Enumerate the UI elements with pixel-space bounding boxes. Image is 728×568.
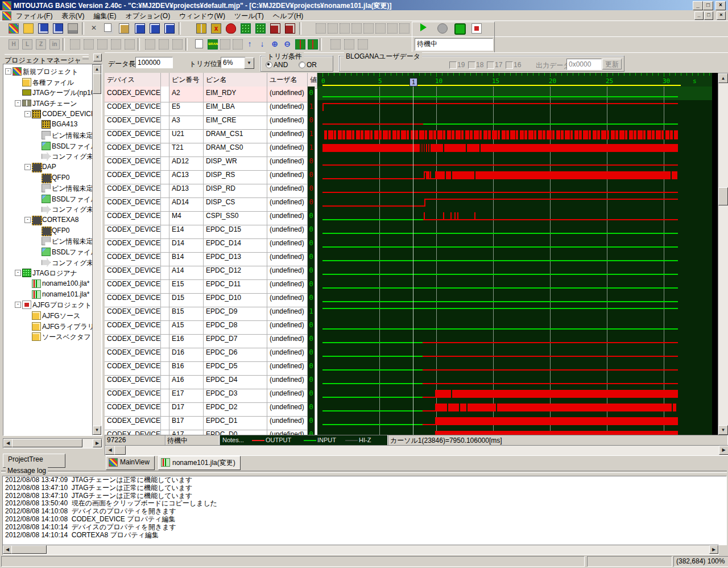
jtag-reset-button[interactable] bbox=[224, 22, 238, 35]
level-h-disabled-button[interactable]: H bbox=[7, 38, 20, 51]
tree-item-label[interactable]: QFP0 bbox=[52, 174, 69, 182]
wave-scroll-up-icon[interactable]: ▲ bbox=[718, 73, 728, 83]
wave-hscroll-thumb[interactable] bbox=[114, 446, 126, 455]
split-window-button[interactable] bbox=[163, 22, 176, 35]
tree-item[interactable]: AJFGライブラリファイル bbox=[3, 321, 102, 331]
log-scroll-left-icon[interactable]: ◀ bbox=[3, 545, 12, 554]
tree-expand-icon[interactable]: - bbox=[15, 302, 21, 308]
device-8-disabled-button[interactable] bbox=[398, 22, 411, 35]
trigger-pos-select[interactable]: 6% bbox=[221, 57, 246, 68]
save-file-button[interactable] bbox=[36, 22, 50, 35]
cut-button[interactable]: ✕ bbox=[88, 22, 101, 35]
tree-item-label[interactable]: BGA413 bbox=[52, 120, 77, 128]
copy-button[interactable] bbox=[102, 22, 116, 35]
tree-item-label[interactable]: noname100.jla* bbox=[42, 279, 89, 287]
log-hscroll-thumb[interactable] bbox=[11, 545, 47, 554]
jtag-disconnect-button[interactable]: x bbox=[209, 22, 223, 35]
tree-item-label[interactable]: DAP bbox=[42, 163, 56, 171]
or-radio[interactable] bbox=[299, 61, 305, 68]
bran-analyze-button[interactable]: BRAN bbox=[206, 38, 220, 51]
wave-scroll-down-icon[interactable]: ▼ bbox=[718, 425, 728, 435]
message-log[interactable]: 2012/08/08 13:47:09 JTAGチェーンは正常に機能しています2… bbox=[2, 476, 727, 545]
device-view-green-button[interactable] bbox=[254, 22, 267, 35]
tree-expand-icon[interactable]: - bbox=[24, 111, 31, 117]
pen1-disabled-button[interactable] bbox=[329, 38, 342, 51]
tree-item[interactable]: QFP0 bbox=[3, 225, 102, 236]
tree-scroll-right-icon[interactable]: ▶ bbox=[93, 439, 102, 447]
tree-expand-icon[interactable]: - bbox=[24, 164, 31, 170]
tree-item[interactable]: -CODEX_DEVICE bbox=[3, 109, 102, 119]
tree-item[interactable]: -CORTEXA8 bbox=[3, 215, 102, 225]
tree-item[interactable]: AJFGソース bbox=[3, 310, 102, 320]
tree-item[interactable]: 各種ファイル bbox=[3, 77, 102, 87]
tree-expand-icon[interactable]: - bbox=[15, 270, 21, 276]
tree-item[interactable]: -新規プロジェクト bbox=[3, 66, 102, 76]
mdi-minimize-button[interactable]: _ bbox=[694, 11, 704, 20]
tree-item[interactable]: BSDLファイル参照 bbox=[3, 246, 102, 257]
tree-item[interactable]: noname101.jla* bbox=[3, 289, 102, 299]
watch-button[interactable] bbox=[218, 38, 232, 51]
tree-expand-icon[interactable]: - bbox=[24, 217, 31, 223]
level-z-disabled-button[interactable]: Z bbox=[34, 38, 48, 51]
tree-scroll-thumb[interactable] bbox=[93, 73, 101, 94]
tree-item[interactable]: -DAP bbox=[3, 162, 102, 172]
tree-scroll-left-icon[interactable]: ◀ bbox=[3, 439, 13, 447]
tree-item-label[interactable]: noname101.jla* bbox=[42, 290, 89, 298]
add-connection-button[interactable] bbox=[268, 22, 282, 35]
tree-item[interactable]: -AJFGプロジェクト bbox=[3, 299, 102, 310]
restore-button[interactable]: □ bbox=[703, 1, 713, 10]
zoom-in-button[interactable]: ⊕ bbox=[268, 38, 282, 51]
tree-item[interactable]: BSDLファイル参照 bbox=[3, 141, 102, 151]
tree-item[interactable]: BGA413 bbox=[3, 119, 102, 129]
tree-item[interactable]: ピン情報未定義 bbox=[3, 130, 102, 140]
tree-item-label[interactable]: QFP0 bbox=[52, 227, 69, 234]
menu-e[interactable]: 編集(E) bbox=[89, 10, 121, 20]
blogana-bit-16-checkbox[interactable] bbox=[506, 61, 513, 69]
tree-item-label[interactable]: CORTEXA8 bbox=[42, 216, 78, 224]
pen3-disabled-button[interactable] bbox=[356, 38, 370, 51]
cascade-windows-button[interactable] bbox=[133, 22, 147, 35]
mdi-restore-button[interactable]: □ bbox=[704, 11, 713, 20]
tree-expand-icon[interactable]: - bbox=[15, 100, 21, 106]
new-waveform-button[interactable] bbox=[193, 38, 207, 51]
tree-item[interactable]: -JTAGチェーン bbox=[3, 98, 102, 108]
close-button[interactable]: × bbox=[715, 1, 726, 10]
tree-item[interactable]: noname100.jla* bbox=[3, 278, 102, 289]
tree-item[interactable]: JTAGケーブル(np1010) bbox=[3, 87, 102, 97]
menu-f[interactable]: ファイル(F) bbox=[11, 10, 57, 20]
sheet-disabled-button[interactable] bbox=[109, 38, 123, 51]
tree-item-label[interactable]: AJFGソース bbox=[42, 311, 80, 321]
menu-v[interactable]: 表示(V) bbox=[57, 10, 89, 20]
menu-w[interactable]: ウィンドウ(W) bbox=[175, 10, 230, 20]
pen2-disabled-button[interactable] bbox=[342, 38, 356, 51]
tab-noname101jla[interactable]: noname101.jla(変更) bbox=[158, 456, 241, 470]
step2-disabled-button[interactable] bbox=[96, 38, 109, 51]
tree-item-label[interactable]: JTAGチェーン bbox=[32, 99, 77, 109]
tree-scroll-up-icon[interactable]: ▲ bbox=[93, 65, 101, 74]
scroll-down-button[interactable]: ↓ bbox=[256, 38, 270, 51]
tree-hscroll-thumb[interactable] bbox=[12, 439, 82, 447]
bell-disabled-button[interactable] bbox=[123, 38, 136, 51]
data-length-input[interactable]: 100000 bbox=[135, 57, 173, 68]
list-disabled-button[interactable] bbox=[143, 38, 157, 51]
wave-vscroll-thumb[interactable] bbox=[718, 187, 728, 205]
trigger-pos-dropdown-icon[interactable]: ▼ bbox=[244, 57, 254, 69]
wave-vscrollbar[interactable]: ▲ ▼ bbox=[718, 73, 728, 436]
tree-item[interactable]: コンフィグ未設定 bbox=[3, 257, 102, 267]
import-disabled-button[interactable] bbox=[68, 38, 82, 51]
tab-projecttree[interactable]: ProjectTree bbox=[3, 454, 65, 468]
tile-windows-button[interactable] bbox=[148, 22, 162, 35]
print-button[interactable] bbox=[66, 22, 80, 35]
tree-scroll-down-icon[interactable]: ▼ bbox=[93, 426, 101, 435]
log-scroll-right-icon[interactable]: ▶ bbox=[709, 545, 718, 554]
level-l-disabled-button[interactable]: L bbox=[20, 38, 34, 51]
log-hscrollbar[interactable]: ◀ ▶ bbox=[2, 545, 719, 555]
panel-close-icon[interactable]: × bbox=[93, 53, 102, 61]
tree-item-label[interactable]: 新規プロジェクト bbox=[23, 67, 78, 77]
menu-o[interactable]: オプション(O) bbox=[121, 10, 175, 20]
tree-item[interactable]: コンフィグ未設定 bbox=[3, 151, 102, 161]
wave-hscrollbar[interactable]: ◀ ▶ bbox=[105, 445, 728, 456]
blogana-bit-17-checkbox[interactable] bbox=[487, 61, 494, 69]
menu-h[interactable]: ヘルプ(H) bbox=[268, 10, 308, 20]
edit-connection-button[interactable] bbox=[283, 22, 297, 35]
